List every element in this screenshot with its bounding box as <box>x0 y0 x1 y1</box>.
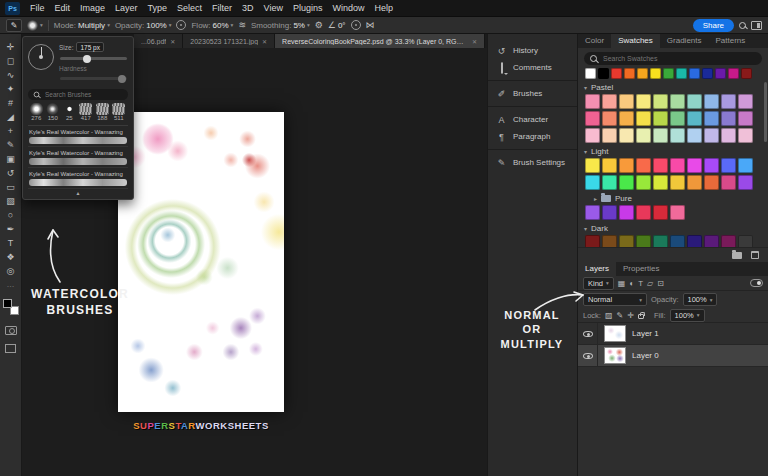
swatch[interactable] <box>585 128 600 143</box>
filter-type-icon[interactable]: T <box>638 279 643 288</box>
lasso-tool[interactable]: ∿ <box>7 70 15 81</box>
dock-item-brush-settings[interactable]: ✎Brush Settings <box>488 154 577 171</box>
document-tab[interactable]: 20230523 171321.jpg ✕ <box>183 34 275 48</box>
smoothing-dropdown[interactable]: Smoothing: 5% ▾ <box>251 21 310 30</box>
menu-item[interactable]: Type <box>143 3 173 13</box>
swatch[interactable] <box>611 68 622 79</box>
brush-preset-thumbnail[interactable] <box>94 103 111 115</box>
menu-item[interactable]: Filter <box>207 3 237 13</box>
fill-dropdown[interactable]: 100%▾ <box>670 309 705 322</box>
lock-transparency-icon[interactable]: ▨ <box>605 311 613 320</box>
layer-blend-mode-dropdown[interactable]: Normal▾ <box>583 293 647 306</box>
brush-preset-thumbnail[interactable] <box>28 103 45 115</box>
swatch[interactable] <box>704 128 719 143</box>
swatch[interactable] <box>585 68 596 79</box>
menu-item[interactable]: Image <box>75 3 110 13</box>
close-icon[interactable]: ✕ <box>472 38 477 45</box>
swatch[interactable] <box>653 205 668 220</box>
hardness-slider-knob[interactable] <box>118 75 126 83</box>
size-slider-knob[interactable] <box>83 55 91 63</box>
menu-item[interactable]: View <box>259 3 288 13</box>
swatch[interactable] <box>602 205 617 220</box>
layer-name[interactable]: Layer 1 <box>632 329 659 338</box>
filter-adjustment-icon[interactable]: ◐ <box>629 279 634 288</box>
layer-thumbnail[interactable] <box>604 347 626 364</box>
swatch[interactable] <box>663 68 674 79</box>
document-tab[interactable]: ...06.pdf ✕ <box>134 34 183 48</box>
foreground-color-chip[interactable] <box>3 299 12 308</box>
swatch[interactable] <box>704 111 719 126</box>
tab-swatches[interactable]: Swatches <box>611 34 660 48</box>
swatch[interactable] <box>637 68 648 79</box>
brush-angle-dial[interactable] <box>28 44 54 70</box>
menu-item[interactable]: Help <box>370 3 399 13</box>
brush-list-item[interactable]: Kyle's Real Watercolor - Wamazing <box>28 126 128 147</box>
pressure-opacity-icon[interactable] <box>176 20 186 30</box>
hand-tool[interactable]: ❖ <box>6 252 14 263</box>
swatch[interactable] <box>619 158 634 173</box>
swatch[interactable] <box>687 128 702 143</box>
brush-search-box[interactable] <box>28 89 128 100</box>
gear-icon[interactable]: ⚙ <box>315 21 323 30</box>
tab-layers[interactable]: Layers <box>578 262 616 276</box>
hardness-slider[interactable] <box>60 77 127 80</box>
brush-tool[interactable]: ✎ <box>7 140 15 151</box>
swatch-search-box[interactable] <box>584 52 762 65</box>
swatch[interactable] <box>738 128 753 143</box>
swatch[interactable] <box>670 94 685 109</box>
zoom-tool[interactable]: ◎ <box>7 266 15 277</box>
color-chips[interactable] <box>3 299 19 315</box>
swatch[interactable] <box>653 175 668 190</box>
swatch[interactable] <box>602 128 617 143</box>
swatch[interactable] <box>687 111 702 126</box>
screen-mode-icon[interactable] <box>5 344 16 353</box>
crop-tool[interactable]: # <box>8 98 13 109</box>
dock-item-brushes[interactable]: ✐Brushes <box>488 85 577 102</box>
share-button[interactable]: Share <box>693 19 734 32</box>
layer-thumbnail[interactable] <box>604 325 626 342</box>
swatch[interactable] <box>653 94 668 109</box>
swatch-group-pastel[interactable]: ▾Pastel <box>578 81 768 94</box>
layer-opacity-dropdown[interactable]: 100%▾ <box>683 293 718 306</box>
symmetry-icon[interactable]: ⋈ <box>366 21 375 30</box>
swatch[interactable] <box>704 175 719 190</box>
swatch[interactable] <box>619 175 634 190</box>
close-icon[interactable]: ✕ <box>170 38 175 45</box>
swatch-group-light[interactable]: ▾Light <box>578 145 768 158</box>
swatch-search-input[interactable] <box>601 54 756 63</box>
dock-item-paragraph[interactable]: ¶Paragraph <box>488 128 577 145</box>
swatch[interactable] <box>636 158 651 173</box>
brush-angle-field[interactable]: ∠ 0° <box>328 21 346 30</box>
new-group-icon[interactable] <box>732 252 742 259</box>
swatch[interactable] <box>670 111 685 126</box>
swatch[interactable] <box>624 68 635 79</box>
swatch[interactable] <box>715 68 726 79</box>
swatch[interactable] <box>738 94 753 109</box>
search-icon[interactable] <box>739 22 746 29</box>
flow-dropdown[interactable]: Flow: 60% ▾ <box>191 21 233 30</box>
brush-search-input[interactable] <box>43 90 123 99</box>
swatch-folder-pure[interactable]: ▸Pure <box>578 192 768 205</box>
swatch[interactable] <box>721 175 736 190</box>
eyedropper-tool[interactable]: ◢ <box>7 112 14 123</box>
swatch[interactable] <box>585 175 600 190</box>
swatch[interactable] <box>598 68 609 79</box>
history-brush-tool[interactable]: ↺ <box>7 168 15 179</box>
menu-item[interactable]: 3D <box>237 3 259 13</box>
menu-item[interactable]: File <box>25 3 50 13</box>
lock-paint-icon[interactable]: ✎ <box>617 311 624 320</box>
tool-preset-picker[interactable]: ✎ <box>6 19 22 32</box>
swatch[interactable] <box>670 128 685 143</box>
menu-item[interactable]: Layer <box>110 3 143 13</box>
kind-dropdown[interactable]: Kind▾ <box>583 277 614 290</box>
edit-toolbar-icon[interactable]: … <box>7 280 15 289</box>
swatch[interactable] <box>741 68 752 79</box>
marquee-tool[interactable]: ◻ <box>7 56 14 67</box>
swatch[interactable] <box>653 128 668 143</box>
swatch[interactable] <box>636 205 651 220</box>
filter-smart-object-icon[interactable]: ⊡ <box>657 279 664 288</box>
swatch[interactable] <box>738 175 753 190</box>
gradient-tool[interactable]: ▧ <box>6 196 15 207</box>
tab-color[interactable]: Color <box>578 34 611 48</box>
blend-mode-dropdown[interactable]: Mode: Multiply ▾ <box>54 21 110 30</box>
